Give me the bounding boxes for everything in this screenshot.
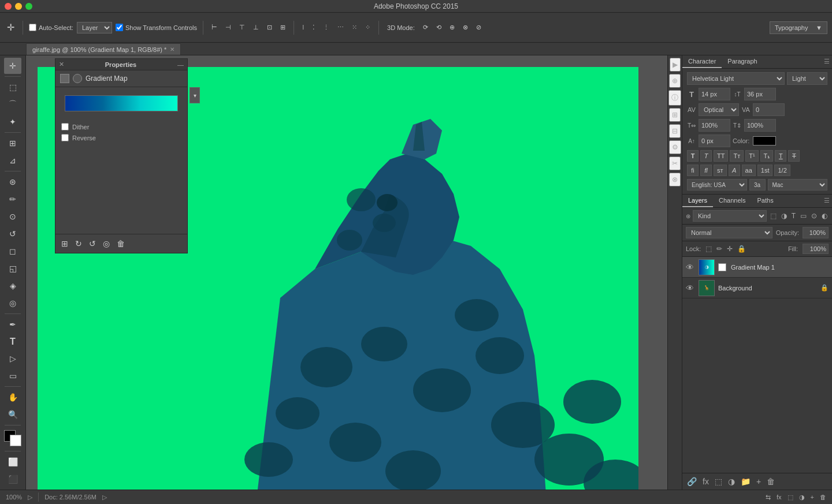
layer-background[interactable]: 👁 🦒 Background 🔒 [682, 278, 832, 298]
right-strip-btn-5[interactable]: ⊟ [669, 124, 681, 138]
auto-select-checkbox[interactable] [29, 24, 36, 31]
filter-toggle-btn[interactable]: ◐ [820, 211, 829, 221]
adjustment-layer-btn[interactable]: ◑ [727, 476, 736, 487]
titling-button[interactable]: aa [742, 165, 756, 176]
new-layer-btn[interactable]: + [755, 476, 762, 487]
char-panel-menu[interactable]: ☰ [822, 55, 832, 68]
text-tool[interactable]: T [4, 334, 21, 350]
font-family-select[interactable]: Helvetica Light [687, 72, 785, 85]
marquee-tool[interactable]: ⬚ [4, 79, 21, 95]
kerning-select[interactable]: Optical Metrics [699, 103, 739, 116]
tab-paths[interactable]: Paths [752, 195, 779, 207]
3d-rotate-button[interactable]: ⟳ [421, 23, 430, 32]
status-arrange-btn[interactable]: ⇆ [766, 494, 771, 501]
frac-button[interactable]: 1/2 [774, 165, 790, 176]
allcaps-button[interactable]: TT [714, 150, 728, 162]
font-size-input[interactable] [699, 88, 730, 100]
group-layers-btn[interactable]: 📁 [740, 476, 752, 487]
properties-view-button[interactable]: ◎ [102, 238, 111, 249]
underline-button[interactable]: T [775, 150, 786, 162]
history-brush-tool[interactable]: ↺ [4, 226, 21, 242]
delete-layer-btn[interactable]: 🗑 [766, 476, 776, 487]
lasso-tool[interactable]: ⌒ [4, 96, 21, 113]
align-center-v-button[interactable]: ⊡ [265, 23, 274, 32]
minimize-button[interactable] [15, 3, 22, 10]
gradient-preview[interactable] [65, 95, 178, 111]
scale-h-input[interactable] [699, 119, 730, 132]
move-tool-button[interactable]: ✛ [5, 21, 17, 34]
tab-paragraph[interactable]: Paragraph [722, 55, 763, 68]
spot-heal-tool[interactable]: ⊛ [4, 174, 21, 190]
contextual-button[interactable]: 1st [757, 165, 773, 176]
superscript-button[interactable]: T¹ [745, 150, 758, 162]
tab-character[interactable]: Character [682, 55, 722, 68]
strikethrough-button[interactable]: T [788, 150, 800, 162]
right-strip-btn-3[interactable]: ⓘ [668, 90, 681, 106]
gradient-tool[interactable]: ◱ [4, 260, 21, 277]
align-right-button[interactable]: ⊤ [237, 23, 247, 32]
right-strip-btn-8[interactable]: ⊗ [669, 173, 681, 186]
color-boxes[interactable] [4, 430, 21, 446]
aa-type-select[interactable]: Mac Windows [768, 179, 828, 191]
lock-transparent-btn[interactable]: ⬚ [705, 245, 712, 253]
properties-cycle-button[interactable]: ↻ [74, 238, 83, 249]
layer-style-btn[interactable]: fx [701, 476, 710, 487]
right-strip-btn-1[interactable]: ▶ [670, 58, 681, 72]
3d-slide-button[interactable]: ⊗ [460, 23, 470, 32]
eyedropper-tool[interactable]: ⊿ [4, 152, 21, 169]
bold-button[interactable]: T [687, 150, 699, 162]
leading-input[interactable] [744, 88, 776, 100]
align-left-button[interactable]: ⊢ [209, 23, 220, 32]
swash-button[interactable]: A [729, 165, 740, 176]
clone-tool[interactable]: ⊙ [4, 208, 21, 225]
move-tool[interactable]: ✛ [4, 58, 21, 74]
magic-wand-tool[interactable]: ✦ [4, 114, 21, 130]
screen-mode-tool[interactable]: ⬛ [4, 471, 21, 487]
status-arrow-btn-2[interactable]: ▷ [102, 494, 107, 501]
baseline-input[interactable] [699, 135, 730, 147]
close-button[interactable] [5, 3, 12, 10]
blend-mode-select[interactable]: Normal Multiply Screen Overlay [686, 227, 772, 238]
properties-collapse-button[interactable]: — [177, 61, 184, 68]
adjust-filter-btn[interactable]: ◑ [780, 211, 788, 221]
window-controls[interactable] [5, 3, 32, 10]
distribute-bottom-button[interactable]: ⁘ [363, 23, 373, 32]
align-center-h-button[interactable]: ⊣ [223, 23, 233, 32]
zoom-tool[interactable]: 🔍 [4, 406, 21, 423]
status-layer-btn[interactable]: + [811, 494, 814, 501]
3d-button[interactable]: 3D Mode: [385, 23, 417, 32]
layer-mask-btn[interactable]: ⬚ [714, 476, 723, 487]
3d-roll-button[interactable]: ⟲ [434, 23, 444, 32]
crop-tool[interactable]: ⊞ [4, 135, 21, 151]
layer-visibility-1[interactable]: 👁 [686, 263, 695, 272]
shape-tool[interactable]: ▭ [4, 368, 21, 384]
shape-filter-btn[interactable]: ▭ [799, 211, 808, 221]
gradient-dropdown-button[interactable]: ▾ [190, 87, 200, 103]
typography-button[interactable]: Typography ▼ [770, 21, 827, 34]
distribute-left-button[interactable]: ⁞ [300, 23, 307, 32]
background-color[interactable] [10, 435, 21, 446]
distribute-center-v-button[interactable]: ⁙ [350, 23, 359, 32]
smart-filter-btn[interactable]: ⊙ [810, 211, 818, 221]
show-transform-checkbox[interactable] [116, 24, 123, 31]
main-tab[interactable]: giraffe.jpg @ 100% (Gradient Map 1, RGB/… [26, 43, 181, 55]
aa-input[interactable] [749, 179, 766, 191]
ligature-fl-button[interactable]: fl [700, 165, 712, 176]
language-select[interactable]: English: USA [687, 179, 747, 191]
ordinal-st-button[interactable]: sт [714, 165, 727, 176]
layer-filter-select[interactable]: Kind [693, 210, 767, 222]
tab-channels[interactable]: Channels [713, 195, 751, 207]
blur-tool[interactable]: ◈ [4, 278, 21, 294]
status-delete-btn[interactable]: 🗑 [820, 494, 826, 501]
properties-reset-button[interactable]: ↺ [88, 238, 97, 249]
subscript-button[interactable]: T₁ [760, 150, 774, 162]
scale-v-input[interactable] [744, 119, 776, 132]
reverse-checkbox[interactable] [61, 134, 69, 141]
lock-position-btn[interactable]: ✛ [727, 245, 733, 253]
ligature-fi-button[interactable]: fi [687, 165, 699, 176]
status-adjust-btn[interactable]: ⬚ [788, 494, 793, 501]
opacity-input[interactable] [803, 227, 829, 238]
right-strip-btn-7[interactable]: ✂ [669, 156, 681, 170]
tab-layers[interactable]: Layers [682, 195, 713, 207]
eraser-tool[interactable]: ◻ [4, 243, 21, 259]
